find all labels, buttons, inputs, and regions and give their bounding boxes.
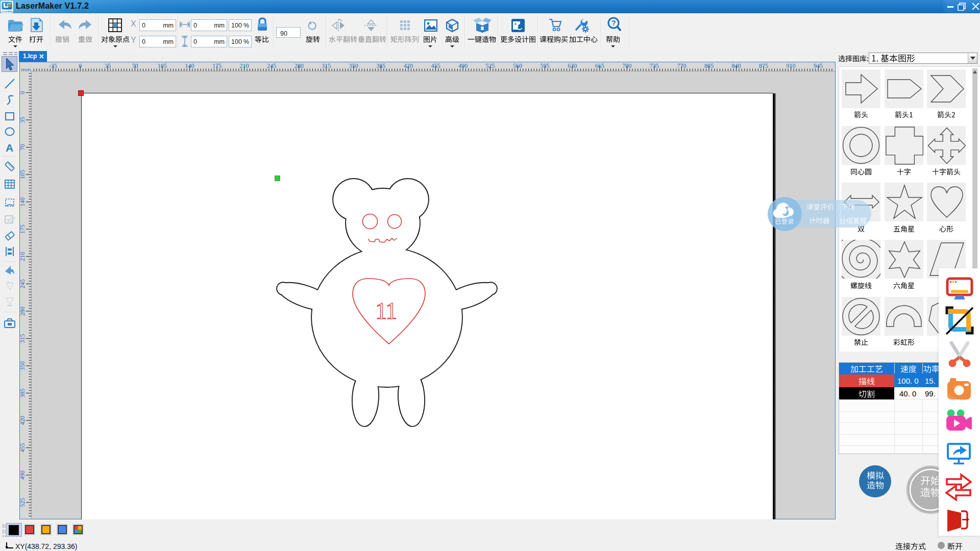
svg-text:11: 11	[375, 298, 396, 324]
